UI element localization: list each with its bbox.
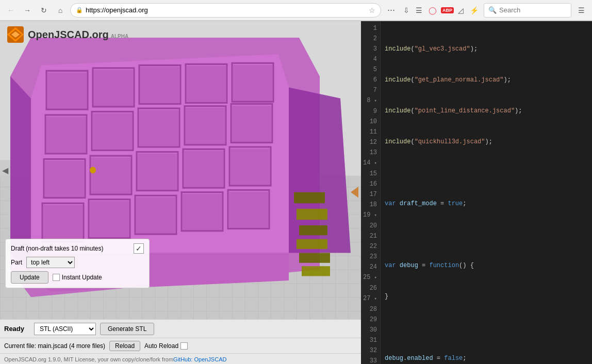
code-line-1: include("gl_vec3.jscad"); — [385, 44, 588, 54]
address-bar[interactable]: 🔒 ☆ — [70, 3, 381, 18]
search-input[interactable] — [499, 6, 566, 14]
pocket-icon[interactable]: ◯ — [426, 4, 439, 16]
format-select[interactable]: STL (ASCII) STL (Binary) AMF X3D OBJ — [34, 323, 96, 335]
code-line-2: include("get_plane_normal.jscad"); — [385, 75, 588, 85]
generate-button[interactable]: Generate STL — [100, 323, 154, 335]
auto-reload-label[interactable]: Auto Reload — [144, 342, 188, 350]
instant-checkbox[interactable] — [53, 274, 60, 281]
instant-update-label[interactable]: Instant Update — [53, 274, 102, 281]
app-title: OpenJSCAD.org — [28, 29, 109, 41]
ln-13: 13 — [363, 147, 377, 158]
part-row: Part top left top right bottom left bott… — [11, 257, 144, 268]
ln-25: 25 ▾ — [363, 272, 377, 283]
ln-7: 7 — [363, 85, 377, 95]
file-info-text: Current file: main.jscad (4 more files) — [4, 342, 105, 350]
toolbar-icons: ⇩ ☰ ◯ ABP ◿ ⚡ — [401, 4, 481, 16]
svg-point-56 — [90, 167, 96, 174]
auto-reload-checkbox[interactable] — [180, 342, 188, 350]
screen-icon[interactable]: ◿ — [456, 4, 466, 16]
url-input[interactable] — [86, 6, 366, 14]
menu-button[interactable]: ☰ — [574, 4, 588, 17]
browser-search-bar[interactable]: 🔍 — [484, 3, 571, 18]
abp-badge: ABP — [441, 7, 454, 13]
ln-19: 19 ▾ — [363, 210, 377, 221]
part-select[interactable]: top left top right bottom left bottom ri… — [26, 257, 75, 268]
ln-31: 31 — [363, 335, 377, 345]
file-bar: Current file: main.jscad (4 more files) … — [0, 338, 361, 353]
svg-rect-39 — [91, 157, 130, 194]
reload-button[interactable]: ↻ — [37, 4, 51, 17]
bookmarks-icon[interactable]: ☰ — [414, 4, 424, 16]
ln-23: 23 — [363, 252, 377, 262]
alpha-badge: ALPHA — [111, 34, 128, 39]
back-button[interactable]: ← — [4, 4, 18, 17]
svg-rect-44 — [90, 201, 129, 238]
code-content[interactable]: include("gl_vec3.jscad"); include("get_p… — [381, 21, 592, 364]
draft-checkbox[interactable]: ✓ — [134, 243, 144, 254]
ready-status: Ready — [4, 325, 30, 333]
code-line-7 — [385, 229, 588, 240]
ln-2: 2 — [363, 34, 377, 44]
svg-rect-35 — [139, 110, 178, 146]
svg-rect-45 — [136, 197, 175, 234]
instant-label-text: Instant Update — [62, 274, 102, 281]
ln-29: 29 — [363, 315, 377, 325]
controls-overlay: Draft (non-draft takes 10 minutes) ✓ Par… — [5, 239, 150, 288]
ln-22: 22 — [363, 241, 377, 252]
svg-rect-52 — [299, 225, 327, 235]
svg-rect-34 — [93, 113, 132, 150]
ln-3: 3 — [363, 44, 377, 54]
svg-rect-36 — [186, 108, 225, 144]
code-editor-panel[interactable]: 1 2 3 4 5 6 7 8 ▾ 9 10 11 12 13 14 ▾ 15 … — [361, 21, 592, 364]
ln-6: 6 — [363, 75, 377, 85]
code-line-9: } — [385, 291, 588, 302]
code-line-8: var debug = function() { — [385, 260, 588, 271]
star-icon[interactable]: ☆ — [369, 6, 375, 14]
line-numbers: 1 2 3 4 5 6 7 8 ▾ 9 10 11 12 13 14 ▾ 15 … — [361, 21, 381, 364]
github-link[interactable]: GitHub: OpenJSCAD — [173, 356, 226, 362]
svg-rect-55 — [302, 266, 330, 276]
ln-12: 12 — [363, 137, 377, 147]
ln-14: 14 ▾ — [363, 158, 377, 169]
ln-18: 18 — [363, 200, 377, 210]
code-line-4: include("quickhull3d.jscad"); — [385, 137, 588, 147]
svg-rect-40 — [138, 154, 177, 190]
update-button[interactable]: Update — [11, 271, 48, 284]
reload-file-button[interactable]: Reload — [109, 341, 140, 351]
svg-rect-32 — [233, 65, 272, 102]
ln-4: 4 — [363, 54, 377, 64]
svg-rect-29 — [94, 70, 133, 106]
ln-1: 1 — [363, 23, 377, 34]
main-content: OpenJSCAD.org ALPHA — [0, 21, 592, 364]
draft-label: Draft (non-draft takes 10 minutes) — [11, 245, 134, 252]
logo-area: OpenJSCAD.org ALPHA — [6, 25, 128, 44]
status-bar: Ready STL (ASCII) STL (Binary) AMF X3D O… — [0, 319, 361, 338]
download-icon[interactable]: ⇩ — [401, 4, 412, 16]
svg-rect-42 — [231, 148, 270, 185]
home-button[interactable]: ⌂ — [54, 4, 67, 17]
ln-21: 21 — [363, 231, 377, 241]
svg-rect-41 — [184, 151, 223, 188]
svg-rect-31 — [187, 66, 226, 103]
draft-row: Draft (non-draft takes 10 minutes) ✓ — [11, 243, 144, 254]
nav-arrow-left[interactable]: ◀ — [0, 160, 10, 180]
code-line-5 — [385, 168, 588, 178]
ln-20: 20 — [363, 221, 377, 231]
svg-rect-38 — [45, 161, 84, 197]
ln-28: 28 — [363, 304, 377, 315]
browser-chrome: ← → ↻ ⌂ 🔒 ☆ ··· ⇩ ☰ ◯ ABP ◿ ⚡ 🔍 ☰ — [0, 0, 592, 21]
ln-27: 27 ▾ — [363, 293, 377, 304]
extensions-icon[interactable]: ⚡ — [468, 4, 481, 16]
search-icon: 🔍 — [488, 6, 497, 14]
svg-rect-46 — [183, 194, 222, 230]
lock-icon: 🔒 — [76, 7, 83, 13]
ln-8: 8 ▾ — [363, 95, 377, 106]
left-panel: OpenJSCAD.org ALPHA — [0, 21, 361, 364]
forward-button[interactable]: → — [21, 4, 34, 17]
svg-rect-30 — [140, 67, 179, 104]
overflow-button[interactable]: ··· — [384, 4, 398, 16]
browser-toolbar: ← → ↻ ⌂ 🔒 ☆ ··· ⇩ ☰ ◯ ABP ◿ ⚡ 🔍 ☰ — [0, 0, 592, 21]
code-line-10 — [385, 322, 588, 333]
viewport-3d[interactable]: OpenJSCAD.org ALPHA — [0, 21, 361, 319]
ln-5: 5 — [363, 64, 377, 75]
